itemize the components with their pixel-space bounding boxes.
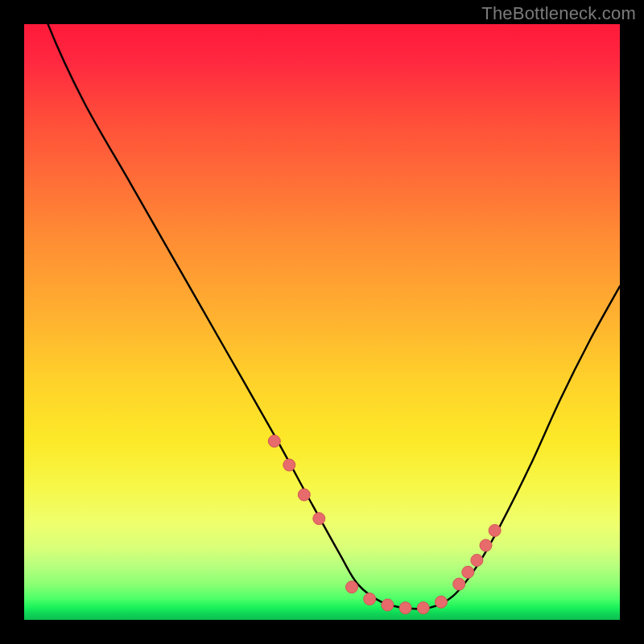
chart-svg xyxy=(24,24,620,620)
attribution-label: TheBottleneck.com xyxy=(481,3,636,24)
marker-dot xyxy=(298,489,310,501)
outer-frame: TheBottleneck.com xyxy=(0,0,644,644)
marker-dot xyxy=(268,436,280,448)
marker-dot xyxy=(313,513,325,525)
marker-dot xyxy=(436,596,448,608)
marker-dot xyxy=(453,578,465,590)
marker-dot xyxy=(283,459,295,471)
marker-group xyxy=(268,436,501,614)
marker-dot xyxy=(364,593,376,605)
marker-dot xyxy=(417,602,429,614)
marker-dot xyxy=(471,555,483,567)
marker-dot xyxy=(346,581,358,593)
marker-dot xyxy=(462,566,474,578)
plot-area xyxy=(24,24,620,620)
marker-dot xyxy=(399,602,411,614)
marker-dot xyxy=(382,599,394,611)
marker-dot xyxy=(480,539,492,551)
marker-dot xyxy=(489,525,501,537)
